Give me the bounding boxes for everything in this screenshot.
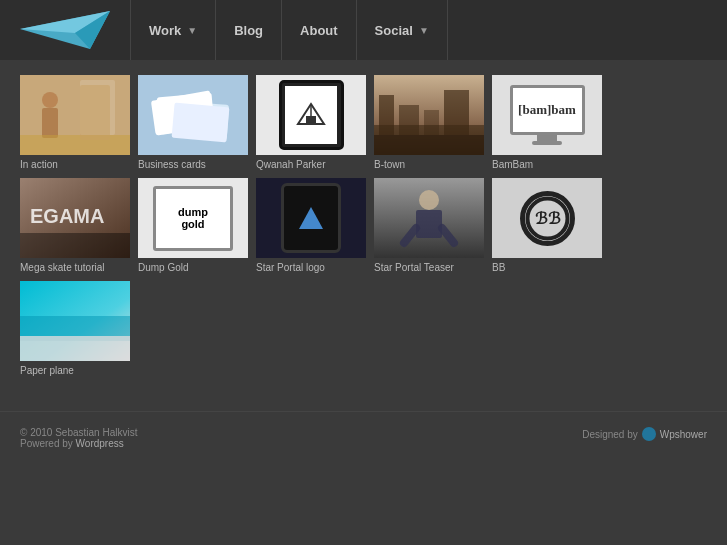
nav-blog[interactable]: Blog <box>216 0 282 60</box>
monitor-bambam: [bam]bam <box>510 85 585 145</box>
svg-text:ℬℬ: ℬℬ <box>534 210 560 227</box>
main-content: In action tooflbiz Business cards <box>0 60 727 391</box>
label-bambam: BamBam <box>492 159 602 170</box>
tablet-screen <box>285 86 337 144</box>
nav-work[interactable]: Work ▼ <box>130 0 216 60</box>
thumb-bb: ℬℬ <box>492 178 602 258</box>
nav-about[interactable]: About <box>282 0 357 60</box>
wpshower-label: Wpshower <box>660 429 707 440</box>
footer: © 2010 Sebastian Halkvist Powered by Wor… <box>0 411 727 464</box>
nav-social-label: Social <box>375 23 413 38</box>
footer-right: Designed by Wpshower <box>582 427 707 441</box>
portfolio-grid: In action tooflbiz Business cards <box>20 75 707 376</box>
thumb-bambam: [bam]bam <box>492 75 602 155</box>
label-starportal-logo: Star Portal logo <box>256 262 366 273</box>
thumb-business-cards: tooflbiz <box>138 75 248 155</box>
label-skate: Mega skate tutorial <box>20 262 130 273</box>
portfolio-item-in-action[interactable]: In action <box>20 75 130 170</box>
svg-rect-7 <box>20 135 130 155</box>
thumb-starportal-teaser <box>374 178 484 258</box>
label-paperplane: Paper plane <box>20 365 130 376</box>
dumpgold-logo-text: dumpgold <box>178 206 208 230</box>
svg-text:EGAMA: EGAMA <box>30 205 104 227</box>
label-qwanah: Qwanah Parker <box>256 159 366 170</box>
svg-rect-19 <box>399 105 419 135</box>
svg-point-5 <box>42 92 58 108</box>
footer-powered: Powered by Wordpress <box>20 438 137 449</box>
label-dumpgold: Dump Gold <box>138 262 248 273</box>
wpshower-icon <box>642 427 656 441</box>
svg-rect-9 <box>151 93 210 135</box>
thumb-qwanah <box>256 75 366 155</box>
footer-copyright: © 2010 Sebastian Halkvist <box>20 427 137 438</box>
label-btown: B-town <box>374 159 484 170</box>
tablet-mockup <box>279 80 344 150</box>
label-in-action: In action <box>20 159 130 170</box>
thumb-starportal-logo <box>256 178 366 258</box>
designed-by-label: Designed by <box>582 429 638 440</box>
thumb-in-action <box>20 75 130 155</box>
portfolio-item-skate[interactable]: EGAMA Mega skate tutorial <box>20 178 130 273</box>
portfolio-item-qwanah[interactable]: Qwanah Parker <box>256 75 366 170</box>
svg-rect-4 <box>80 80 115 135</box>
portfolio-item-bambam[interactable]: [bam]bam BamBam <box>492 75 602 170</box>
portfolio-item-dumpgold[interactable]: dumpgold Dump Gold <box>138 178 248 273</box>
svg-point-27 <box>419 190 439 210</box>
svg-rect-6 <box>42 108 58 138</box>
main-nav: Work ▼ Blog About Social ▼ <box>130 0 717 60</box>
starportal-tablet <box>281 183 341 253</box>
svg-rect-25 <box>20 233 130 258</box>
bambam-screen: [bam]bam <box>510 85 585 135</box>
svg-text:tooflbiz: tooflbiz <box>163 108 189 117</box>
portfolio-item-btown[interactable]: B-town <box>374 75 484 170</box>
label-bb: BB <box>492 262 602 273</box>
portfolio-item-paperplane[interactable]: Paper plane <box>20 281 130 376</box>
nav-work-label: Work <box>149 23 181 38</box>
svg-rect-21 <box>424 110 439 135</box>
svg-rect-18 <box>379 95 394 135</box>
portfolio-item-starportal-logo[interactable]: Star Portal logo <box>256 178 366 273</box>
label-starportal-teaser: Star Portal Teaser <box>374 262 484 273</box>
svg-rect-35 <box>20 336 130 361</box>
nav-social[interactable]: Social ▼ <box>357 0 448 60</box>
monitor-base <box>532 141 562 145</box>
portfolio-item-bb[interactable]: ℬℬ BB <box>492 178 602 273</box>
svg-rect-10 <box>172 101 229 140</box>
powered-by-label: Powered by <box>20 438 73 449</box>
header: Work ▼ Blog About Social ▼ <box>0 0 727 60</box>
triangle-logo <box>299 207 323 229</box>
nav-work-caret: ▼ <box>187 25 197 36</box>
portfolio-item-business-cards[interactable]: tooflbiz Business cards <box>138 75 248 170</box>
thumb-dumpgold: dumpgold <box>138 178 248 258</box>
label-business-cards: Business cards <box>138 159 248 170</box>
thumb-btown <box>374 75 484 155</box>
portfolio-item-starportal-teaser[interactable]: Star Portal Teaser <box>374 178 484 273</box>
svg-rect-20 <box>444 90 469 135</box>
dumpgold-monitor-wrap: dumpgold <box>153 186 233 251</box>
thumb-skate: EGAMA <box>20 178 130 258</box>
wordpress-link[interactable]: Wordpress <box>76 438 124 449</box>
thumb-paperplane <box>20 281 130 361</box>
svg-rect-16 <box>306 116 316 124</box>
svg-rect-28 <box>416 210 442 238</box>
footer-left: © 2010 Sebastian Halkvist Powered by Wor… <box>20 427 137 449</box>
nav-about-label: About <box>300 23 338 38</box>
nav-blog-label: Blog <box>234 23 263 38</box>
wpshower-link[interactable]: Wpshower <box>660 429 707 440</box>
logo[interactable] <box>10 8 120 53</box>
svg-rect-22 <box>374 135 484 155</box>
svg-rect-11 <box>157 93 215 133</box>
wordpress-label: Wordpress <box>76 438 124 449</box>
bb-logo-circle: ℬℬ <box>520 191 575 246</box>
nav-social-caret: ▼ <box>419 25 429 36</box>
